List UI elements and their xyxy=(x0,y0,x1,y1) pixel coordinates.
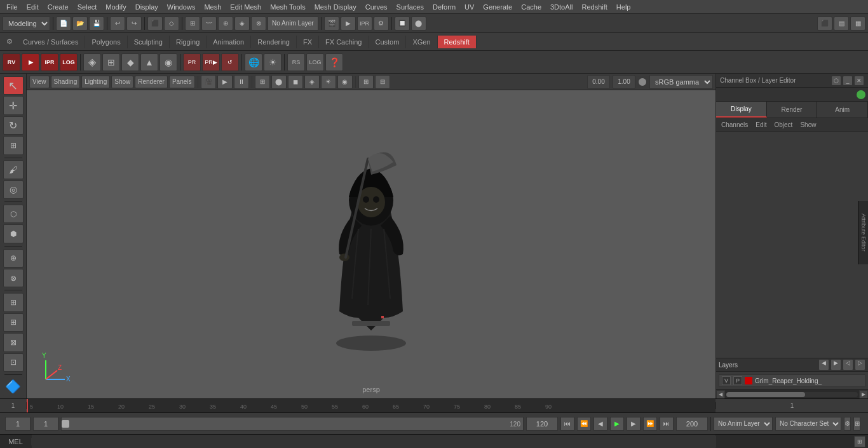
timeline-track[interactable]: 5 10 15 20 25 30 35 40 45 50 55 60 65 70… xyxy=(27,399,715,413)
rs-icon-8[interactable]: ▲ xyxy=(140,53,158,71)
rs-icon-3[interactable]: IPR xyxy=(41,53,58,71)
redo-btn[interactable]: ↪ xyxy=(126,17,142,31)
scroll-track[interactable] xyxy=(726,392,858,397)
scroll-right-arrow[interactable]: ▶ xyxy=(859,390,868,399)
renderer-menu[interactable]: Renderer xyxy=(135,76,168,88)
menu-generate[interactable]: Generate xyxy=(479,2,516,12)
panel-close-btn[interactable]: ✕ xyxy=(854,76,864,86)
lasso-mode-btn[interactable]: ◇ xyxy=(164,17,179,31)
char-set-selector[interactable]: No Character Set xyxy=(775,417,841,431)
snap-btn[interactable]: ⊕ xyxy=(3,249,24,268)
menu-create[interactable]: Create xyxy=(44,2,72,12)
marquee-btn[interactable]: ⬢ xyxy=(3,224,24,243)
layer-scroll-right2[interactable]: ▷ xyxy=(855,359,865,370)
tool7[interactable]: ⊠ xyxy=(3,333,24,351)
vp-grid-btn[interactable]: ⊞ xyxy=(358,75,374,89)
snap-curve-btn[interactable]: 〰 xyxy=(201,17,217,31)
cb-menu-channels[interactable]: Channels xyxy=(719,121,750,128)
vp-gamma-swatch[interactable] xyxy=(638,78,647,86)
menu-uv[interactable]: UV xyxy=(461,2,478,12)
viewport[interactable]: persp X Y Z xyxy=(27,90,715,398)
tab-rendering[interactable]: Rendering xyxy=(251,36,297,48)
vp-anim-btn[interactable]: ⏸ xyxy=(234,75,249,89)
tab-redshift[interactable]: Redshift xyxy=(438,36,477,48)
menu-cache[interactable]: Cache xyxy=(517,2,545,12)
vp-smooth-btn[interactable]: ⬤ xyxy=(271,75,287,89)
next-frame-btn[interactable]: ▶ xyxy=(627,417,641,431)
rs-icon-2[interactable]: ▶ xyxy=(22,53,39,71)
menu-help[interactable]: Help xyxy=(613,2,635,12)
new-scene-btn[interactable]: 📄 xyxy=(56,17,71,31)
render-frame-btn[interactable]: ▶ xyxy=(341,17,356,31)
rotate-tool-btn[interactable]: ↻ xyxy=(3,116,24,135)
snap-point-btn[interactable]: ⊕ xyxy=(218,17,233,31)
snap-surface-btn[interactable]: ◈ xyxy=(234,17,250,31)
save-scene-btn[interactable]: 💾 xyxy=(89,17,104,31)
transport-range-end[interactable] xyxy=(676,417,708,431)
menu-curves[interactable]: Curves xyxy=(362,2,391,12)
script-editor-btn[interactable]: ⊞ xyxy=(854,436,865,447)
transport-extra-btn2[interactable]: ⊞ xyxy=(853,417,860,431)
cb-tab-display[interactable]: Display xyxy=(716,102,767,118)
go-to-start-btn[interactable]: ⏮ xyxy=(560,417,574,431)
anim-layer-selector[interactable]: No Anim Layer xyxy=(714,417,773,431)
transport-extra-btn1[interactable]: ⚙ xyxy=(844,417,851,431)
play-btn[interactable]: ▶ xyxy=(610,417,624,431)
cb-menu-object[interactable]: Object xyxy=(772,121,796,128)
tab-animation[interactable]: Animation xyxy=(207,36,251,48)
soft-select-btn[interactable]: ◎ xyxy=(3,180,24,199)
attribute-editor-tab[interactable]: Attribute Editor xyxy=(858,201,868,264)
move-tool-btn[interactable]: ✛ xyxy=(3,96,24,114)
transport-start-field[interactable] xyxy=(5,417,31,431)
tab-rigging[interactable]: Rigging xyxy=(170,36,207,48)
gamma-selector[interactable]: sRGB gamma xyxy=(649,75,713,89)
layers-scrollbar[interactable]: ◀ ▶ xyxy=(716,390,868,398)
vp-flat-btn[interactable]: ◼ xyxy=(288,75,303,89)
layer-color-swatch[interactable] xyxy=(745,377,752,384)
shading-menu[interactable]: Shading xyxy=(51,76,81,88)
select-mode-btn[interactable]: ⬛ xyxy=(147,17,163,31)
menu-edit-mesh[interactable]: Edit Mesh xyxy=(226,2,265,12)
panel-expand-btn[interactable]: ⬡ xyxy=(831,76,841,86)
select-tool-btn[interactable]: ↖ xyxy=(3,76,24,95)
view-menu[interactable]: View xyxy=(29,76,50,88)
rs-icon-13[interactable]: 🌐 xyxy=(245,53,262,71)
rs-icon-1[interactable]: RV xyxy=(3,53,20,71)
menu-mesh-tools[interactable]: Mesh Tools xyxy=(266,2,309,12)
rs-icon-11[interactable]: PR▶ xyxy=(202,53,220,71)
vp-wire-btn[interactable]: ⊞ xyxy=(255,75,270,89)
tab-fx[interactable]: FX xyxy=(297,36,319,48)
lasso-btn[interactable]: ⬡ xyxy=(3,205,24,223)
tab-xgen[interactable]: XGen xyxy=(406,36,437,48)
menu-deform[interactable]: Deform xyxy=(429,2,459,12)
hypershade-btn[interactable]: 🔲 xyxy=(395,17,410,31)
panels-menu[interactable]: Panels xyxy=(169,76,195,88)
tool8[interactable]: ⊡ xyxy=(3,353,24,372)
vp-shad-btn[interactable]: ◉ xyxy=(337,75,353,89)
menu-mesh-display[interactable]: Mesh Display xyxy=(311,2,360,12)
cb-tab-anim[interactable]: Anim xyxy=(817,102,868,118)
tab-settings-btn[interactable]: ⚙ xyxy=(3,35,17,49)
cb-menu-edit[interactable]: Edit xyxy=(753,121,769,128)
menu-3dto-all[interactable]: 3DtoAll xyxy=(546,2,576,12)
undo-btn[interactable]: ↩ xyxy=(110,17,125,31)
module-selector[interactable]: Modeling xyxy=(3,17,50,31)
command-input[interactable] xyxy=(32,435,715,448)
scroll-thumb[interactable] xyxy=(726,392,805,397)
tab-custom[interactable]: Custom xyxy=(369,36,407,48)
vp-cam-btn[interactable]: 🎥 xyxy=(201,75,216,89)
menu-display[interactable]: Display xyxy=(132,2,162,12)
scale-tool-btn[interactable]: ⊞ xyxy=(3,136,24,154)
resolution-gate-btn[interactable]: ⬛ xyxy=(817,17,832,31)
lighting-menu[interactable]: Lighting xyxy=(81,76,110,88)
rs-icon-6[interactable]: ⊞ xyxy=(102,53,120,71)
script-type-label[interactable]: MEL xyxy=(0,438,32,445)
rs-icon-7[interactable]: ◆ xyxy=(121,53,139,71)
silhouette-btn[interactable]: ⬤ xyxy=(411,17,426,31)
layer-item[interactable]: V P Grim_Reaper_Holding_ xyxy=(719,374,865,387)
layer-v-toggle[interactable]: V xyxy=(722,376,731,385)
menu-modify[interactable]: Modify xyxy=(102,2,130,12)
snap-live-btn[interactable]: ⊗ xyxy=(251,17,266,31)
rs-icon-17[interactable]: ❓ xyxy=(325,53,343,71)
transport-slider[interactable]: 120 xyxy=(61,417,524,431)
